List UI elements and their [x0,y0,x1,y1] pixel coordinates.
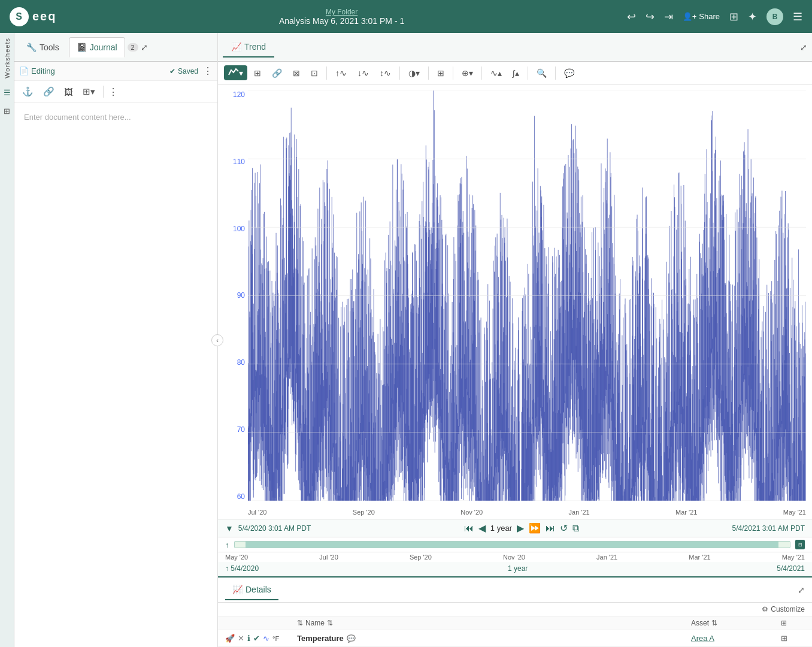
x-label-jul20: Jul '20 [248,509,266,516]
toolbar-sep2 [399,66,400,80]
seeq-logo-icon: S [10,7,29,26]
range-dates: May '20 Jul '20 Sep '20 Nov '20 Jan '21 … [218,552,812,562]
custom-button[interactable]: ∿▴ [486,66,506,80]
range-fill [246,542,778,548]
zoom-button[interactable]: 🔍 [532,66,551,80]
toolbar-sep5 [481,66,482,80]
journal-mode: 📄 Editing [19,66,55,75]
customize-button[interactable]: ⚙ Customize [762,605,805,613]
editor-placeholder: Enter document content here... [24,113,131,122]
tab-expand-button[interactable]: ⤢ [141,43,148,52]
range-summary-end: 5/4/2021 [777,564,805,573]
sort-icon-left: ⇅ [297,619,303,627]
menu-button[interactable]: ☰ [793,10,802,23]
signal-down-button[interactable]: ↓∿ [353,66,373,80]
link-tool-button[interactable]: 🔗 [40,84,57,99]
col-extra-header: ⊞ [781,619,805,627]
y-label-120: 120 [223,90,245,99]
forward-button[interactable]: ▶ [517,522,524,534]
scatter-chart-button[interactable]: ⊠ [289,66,304,80]
editor-content[interactable]: Enter document content here... [14,103,217,647]
grid-button[interactable]: ⊞ [433,66,449,80]
range-track[interactable] [234,541,791,548]
table-icon[interactable]: ⊞ [781,634,787,643]
left-panel: 🔧 Tools 📓 Journal 2 ⤢ 📄 Editing ✔ Saved … [14,33,218,647]
trend-expand-button[interactable]: ⤢ [800,43,807,52]
refresh-button[interactable]: ↺ [560,522,568,534]
trend-tab-bar: 📈 Trend ⤢ [218,33,812,62]
x-label-jan21: Jan '21 [569,509,590,516]
line-chart-button[interactable]: ▾ [224,65,247,80]
tab-tools-label: Tools [40,43,59,52]
redo-button[interactable]: ↪ [646,10,655,23]
signal-up-button[interactable]: ↑∿ [331,66,351,80]
fft-chart-button[interactable]: ⊡ [307,66,322,80]
details-label: Details [246,585,271,594]
capsule-chart-button[interactable]: ⊞ [250,66,265,80]
fast-forward-button[interactable]: ⏩ [529,522,541,534]
link-chart-button[interactable]: 🔗 [268,66,286,80]
condition-button[interactable]: ◑▾ [404,66,424,80]
back-button[interactable]: ◀ [478,522,486,534]
tab-trend[interactable]: 📈 Trend [223,37,274,58]
y-label-70: 70 [223,425,245,434]
start-time-label: 5/4/2020 3:01 AM PDT [238,524,311,533]
copy-time-button[interactable]: ⧉ [572,523,579,534]
worksheet-icon[interactable]: ☰ [4,88,11,97]
range-summary: ↑ 5/4/2020 1 year 5/4/2021 [218,562,812,576]
sort-icon-asset: ⇅ [711,619,717,627]
tab-details[interactable]: 📈 Details [225,580,278,600]
comment-icon: 💬 [347,634,356,643]
formula-button[interactable]: ∫▴ [508,66,523,80]
toolbar-sep3 [428,66,429,80]
comment-button[interactable]: 💬 [560,66,578,80]
x-axis: Jul '20 Sep '20 Nov '20 Jan '21 Mar '21 … [248,509,806,516]
editor-more-button[interactable]: ⋮ [108,86,118,98]
worksheet-icon2[interactable]: ⊞ [4,107,10,116]
folder-link[interactable]: My Folder [326,8,357,16]
collapse-panel-button[interactable]: ‹ [211,334,223,346]
end-time-label: 5/4/2021 3:01 AM PDT [732,524,805,533]
ai-button[interactable]: ✦ [748,10,757,23]
pin-icon[interactable]: 🚀 [225,634,235,643]
y-label-110: 110 [223,158,245,166]
range-date-nov20: Nov '20 [503,554,525,561]
customize-label: Customize [771,605,805,613]
redo-forward-button[interactable]: ⇥ [664,10,673,23]
temperature-label: Temperature [297,634,344,643]
anchor-tool-button[interactable]: ⚓ [19,84,37,99]
tab-tools[interactable]: 🔧 Tools [19,38,66,57]
tab-bar: 🔧 Tools 📓 Journal 2 ⤢ [14,33,217,62]
share-button[interactable]: 👤+ Share [683,12,720,21]
image-tool-button[interactable]: 🖼 [61,85,76,99]
check-icon[interactable]: ✔ [253,634,260,643]
row-asset[interactable]: Area A [691,634,781,643]
undo-button[interactable]: ↩ [627,10,636,23]
details-tab-bar: 📈 Details ⤢ [218,578,812,603]
display-button[interactable]: ⊞ [729,10,738,23]
chain-button[interactable]: ⊕▾ [457,66,477,80]
toolbar-sep6 [528,66,528,80]
x-label-mar21: Mar '21 [675,509,697,516]
more-options-button[interactable]: ⋮ [203,65,213,77]
remove-icon[interactable]: ✕ [238,634,244,643]
customize-icon: ⚙ [762,605,768,613]
jump-end-button[interactable]: ⏭ [546,523,555,534]
details-expand-button[interactable]: ⤢ [798,585,805,595]
signal-bar-button[interactable]: ↕∿ [375,66,395,80]
x-label-may21: May '21 [783,509,806,516]
jump-start-button[interactable]: ⏮ [464,523,474,534]
toolbar-sep7 [555,66,556,80]
trend-label: Trend [244,42,266,52]
info-icon[interactable]: ℹ [247,634,250,643]
range-start-arrow: ↑ [225,540,229,549]
worksheets-sidebar: Worksheets ☰ ⊞ [0,33,14,647]
journal-icon: 📓 [77,43,87,52]
seeq-logo: S eeq [10,7,56,26]
range-drag-handle[interactable]: ⊟ [795,540,805,549]
range-date-mar21: Mar '21 [689,554,710,561]
tab-journal[interactable]: 📓 Journal [69,37,125,58]
row-extra: ⊞ [781,634,805,643]
y-label-100: 100 [223,225,245,233]
table-tool-button[interactable]: ⊞▾ [80,84,98,99]
